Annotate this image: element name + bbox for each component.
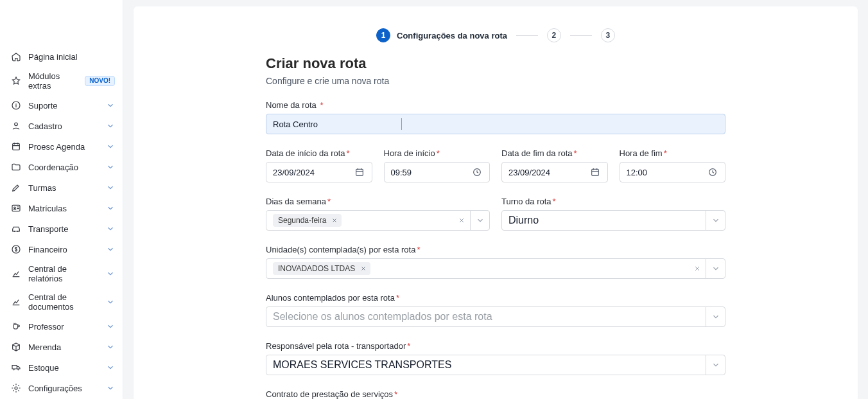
page-title: Criar nova rota — [266, 55, 725, 72]
sidebar-item-coordenação[interactable]: Coordenação — [0, 157, 123, 177]
chevron-down-icon — [106, 363, 115, 372]
main: 1 Configurações da nova rota 2 3 Criar n… — [123, 0, 868, 399]
end-time-value: 12:00 — [627, 168, 648, 177]
days-label: Dias da semana* — [266, 197, 490, 206]
sidebar-item-label: Transporte — [28, 224, 100, 234]
unit-chip[interactable]: INOVADADOS LTDAS — [273, 262, 370, 275]
info-icon — [10, 100, 22, 111]
chevron-down-icon — [106, 297, 115, 306]
start-date-value: 23/09/2024 — [273, 168, 315, 177]
sidebar-item-cadastro[interactable]: Cadastro — [0, 116, 123, 136]
cup-icon — [10, 321, 22, 332]
chevron-down-icon[interactable] — [470, 211, 489, 230]
step-line — [516, 35, 538, 36]
chevron-down-icon[interactable] — [706, 307, 725, 326]
chevron-down-icon — [106, 384, 115, 393]
chip-label: INOVADADOS LTDAS — [278, 264, 355, 273]
gear-icon — [10, 382, 22, 394]
start-date-label: Data de início da rota* — [266, 148, 372, 158]
sidebar-item-label: Professor — [28, 322, 100, 332]
route-name-input[interactable]: Rota Centro — [266, 114, 725, 134]
end-date-input[interactable]: 23/09/2024 — [501, 162, 608, 182]
sidebar-item-proesc-agenda[interactable]: Proesc Agenda — [0, 136, 123, 157]
sidebar-item-configurações[interactable]: Configurações — [0, 378, 123, 398]
sidebar-item-módulos-extras[interactable]: Módulos extrasNOVO! — [0, 67, 123, 95]
chip-label: Segunda-feira — [278, 216, 326, 225]
step-3[interactable]: 3 — [601, 28, 615, 42]
sidebar-item-label: Central de documentos — [28, 292, 100, 312]
sidebar-item-turmas[interactable]: Turmas — [0, 177, 123, 198]
sidebar-item-transporte[interactable]: Transporte — [0, 218, 123, 239]
chart-icon — [10, 296, 22, 308]
chevron-down-icon — [106, 322, 115, 331]
sidebar-item-label: Coordenação — [28, 163, 100, 172]
step-3-number: 3 — [601, 28, 615, 42]
chip-remove-icon[interactable] — [360, 265, 367, 272]
sidebar-item-merenda[interactable]: Merenda — [0, 337, 123, 357]
novo-badge: NOVO! — [85, 76, 115, 86]
sidebar-item-página-inicial[interactable]: Página inicial — [0, 46, 123, 67]
sidebar-item-professor[interactable]: Professor — [0, 316, 123, 337]
start-time-label: Hora de início* — [384, 148, 490, 158]
end-time-input[interactable]: 12:00 — [620, 162, 726, 182]
end-date-value: 23/09/2024 — [508, 168, 550, 177]
id-icon — [10, 202, 22, 214]
clear-icon[interactable] — [689, 259, 706, 278]
step-2[interactable]: 2 — [547, 28, 561, 42]
day-chip[interactable]: Segunda-feira — [273, 214, 342, 227]
calendar-icon — [10, 141, 22, 152]
sidebar-item-label: Estoque — [28, 363, 100, 373]
chevron-down-icon — [106, 269, 115, 278]
home-icon — [10, 51, 22, 62]
pencil-icon — [10, 182, 22, 193]
sidebar-item-central-de-relatórios[interactable]: Central de relatórios — [0, 260, 123, 288]
form-wrap: Criar nova rota Configure e crie uma nov… — [266, 55, 725, 399]
chevron-down-icon[interactable] — [706, 211, 725, 230]
step-1-number: 1 — [376, 28, 390, 42]
sidebar-item-label: Financeiro — [28, 245, 100, 254]
start-date-input[interactable]: 23/09/2024 — [266, 162, 372, 182]
sidebar-item-central-de-documentos[interactable]: Central de documentos — [0, 288, 123, 316]
sidebar-item-label: Página inicial — [28, 52, 115, 62]
chevron-down-icon — [106, 121, 115, 130]
car-icon — [10, 223, 22, 235]
chevron-down-icon — [106, 245, 115, 254]
chevron-down-icon[interactable] — [706, 355, 725, 375]
clock-icon — [707, 166, 718, 178]
sidebar-item-label: Proesc Agenda — [28, 142, 100, 152]
page-subtitle: Configure e crie uma nova rota — [266, 76, 725, 86]
sidebar-item-label: Cadastro — [28, 121, 100, 131]
money-icon — [10, 244, 22, 255]
chevron-down-icon — [106, 163, 115, 172]
contract-label: Contrato de prestação de serviços* — [266, 389, 725, 399]
text-caret — [401, 118, 402, 130]
sidebar-item-matrículas[interactable]: Matrículas — [0, 198, 123, 218]
step-1-label: Configurações da nova rota — [397, 31, 507, 40]
end-date-label: Data de fim da rota* — [501, 148, 608, 158]
sidebar-item-financeiro[interactable]: Financeiro — [0, 239, 123, 260]
units-label: Unidade(s) contemplada(s) por esta rota* — [266, 245, 725, 254]
sidebar-item-suporte[interactable]: Suporte — [0, 95, 123, 116]
chip-remove-icon[interactable] — [331, 217, 338, 224]
responsible-label: Responsável pela rota - transportador* — [266, 341, 725, 351]
sidebar-item-label: Central de relatórios — [28, 264, 100, 283]
clock-icon — [471, 166, 483, 178]
sidebar-item-label: Matrículas — [28, 204, 100, 213]
students-select[interactable]: Selecione os alunos contemplados por est… — [266, 306, 725, 327]
end-time-label: Hora de fim* — [620, 148, 726, 158]
clear-icon[interactable] — [453, 211, 470, 230]
chevron-down-icon — [106, 183, 115, 192]
start-time-input[interactable]: 09:59 — [384, 162, 490, 182]
sidebar-item-label: Merenda — [28, 342, 100, 352]
responsible-select[interactable]: MORAES SERVICES TRANSPORTES — [266, 355, 725, 375]
step-2-number: 2 — [547, 28, 561, 42]
sidebar-item-label: Configurações — [28, 384, 100, 393]
chevron-down-icon[interactable] — [706, 259, 725, 278]
chevron-down-icon — [106, 224, 115, 233]
units-select[interactable]: INOVADADOS LTDAS — [266, 258, 725, 279]
step-1[interactable]: 1 Configurações da nova rota — [376, 28, 507, 42]
sidebar-item-estoque[interactable]: Estoque — [0, 357, 123, 378]
shift-value: Diurno — [508, 215, 539, 226]
days-select[interactable]: Segunda-feira — [266, 210, 490, 231]
shift-select[interactable]: Diurno — [501, 210, 725, 231]
